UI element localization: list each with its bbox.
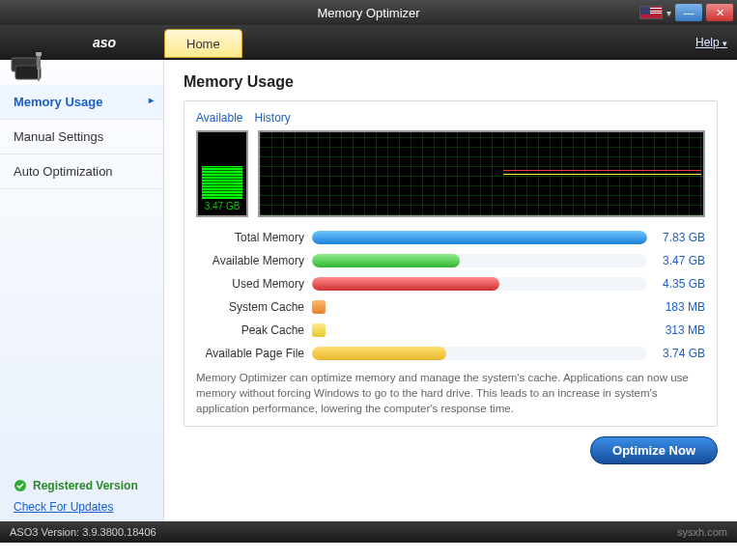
description-text: Memory Optimizer can optimize memory and… bbox=[196, 370, 705, 416]
tab-home[interactable]: Home bbox=[164, 29, 242, 58]
metric-row-peak-cache: Peak Cache313 MB bbox=[196, 323, 705, 337]
sidebar-item-manual-settings[interactable]: Manual Settings bbox=[0, 120, 163, 154]
history-graph bbox=[258, 130, 705, 217]
metric-label: Available Memory bbox=[196, 254, 312, 267]
language-flag-icon[interactable] bbox=[639, 6, 663, 19]
metric-label: Peak Cache bbox=[196, 323, 312, 337]
history-line-cache bbox=[503, 174, 701, 175]
metric-value: 7.83 GB bbox=[647, 231, 705, 244]
metric-label: System Cache bbox=[196, 300, 312, 314]
panel-tab-history[interactable]: History bbox=[254, 111, 290, 125]
metric-value: 313 MB bbox=[647, 323, 705, 337]
main-content: Memory Usage Available History 3.47 GB T… bbox=[164, 60, 737, 521]
metric-bar bbox=[312, 254, 647, 267]
tab-home-label: Home bbox=[186, 37, 220, 51]
metric-label: Total Memory bbox=[196, 231, 312, 244]
metric-value: 183 MB bbox=[647, 300, 705, 314]
minimize-button[interactable]: — bbox=[675, 4, 702, 21]
chevron-down-icon: ▾ bbox=[723, 39, 727, 48]
close-button[interactable]: ✕ bbox=[706, 4, 733, 21]
metric-bar bbox=[312, 277, 647, 291]
check-updates-link[interactable]: Check For Updates bbox=[14, 500, 150, 514]
memory-panel: Available History 3.47 GB Total Memory7.… bbox=[184, 100, 718, 427]
metric-row-used-memory: Used Memory4.35 GB bbox=[196, 277, 705, 291]
metric-dot-icon bbox=[312, 300, 326, 314]
metric-row-available-page-file: Available Page File3.74 GB bbox=[196, 347, 705, 360]
sidebar-item-memory-usage[interactable]: Memory Usage bbox=[0, 85, 163, 120]
check-icon bbox=[14, 479, 27, 492]
version-text: ASO3 Version: 3.9.3800.18406 bbox=[10, 526, 156, 538]
metric-label: Available Page File bbox=[196, 347, 312, 360]
sidebar: Memory UsageManual SettingsAuto Optimiza… bbox=[0, 60, 164, 521]
language-dropdown-icon[interactable]: ▾ bbox=[666, 8, 671, 18]
panel-tab-available[interactable]: Available bbox=[196, 111, 242, 125]
svg-rect-3 bbox=[36, 52, 42, 56]
statusbar: ASO3 Version: 3.9.3800.18406 sysxh.com bbox=[0, 521, 737, 543]
registered-status: Registered Version bbox=[14, 479, 150, 492]
memory-gauge: 3.47 GB bbox=[196, 130, 248, 217]
history-line-used bbox=[503, 170, 701, 171]
sidebar-item-auto-optimization[interactable]: Auto Optimization bbox=[0, 154, 163, 189]
toolbar: aso Home Help ▾ bbox=[0, 25, 737, 60]
metric-row-system-cache: System Cache183 MB bbox=[196, 300, 705, 314]
metric-bar bbox=[312, 231, 647, 244]
metric-bar bbox=[312, 347, 647, 360]
watermark: sysxh.com bbox=[677, 526, 727, 538]
window-title: Memory Optimizer bbox=[317, 6, 419, 20]
metric-dot-icon bbox=[312, 323, 326, 337]
titlebar: Memory Optimizer ▾ — ✕ bbox=[0, 0, 737, 25]
metric-row-total-memory: Total Memory7.83 GB bbox=[196, 231, 705, 244]
optimize-button[interactable]: Optimize Now bbox=[590, 436, 718, 464]
metric-label: Used Memory bbox=[196, 277, 312, 291]
gauge-value: 3.47 GB bbox=[205, 201, 241, 211]
page-title: Memory Usage bbox=[184, 73, 718, 91]
metric-value: 4.35 GB bbox=[647, 277, 705, 291]
metric-value: 3.47 GB bbox=[647, 254, 705, 267]
metric-value: 3.74 GB bbox=[647, 347, 705, 360]
metric-row-available-memory: Available Memory3.47 GB bbox=[196, 254, 705, 267]
help-link[interactable]: Help ▾ bbox=[695, 36, 727, 49]
brand-text: aso bbox=[93, 35, 116, 50]
